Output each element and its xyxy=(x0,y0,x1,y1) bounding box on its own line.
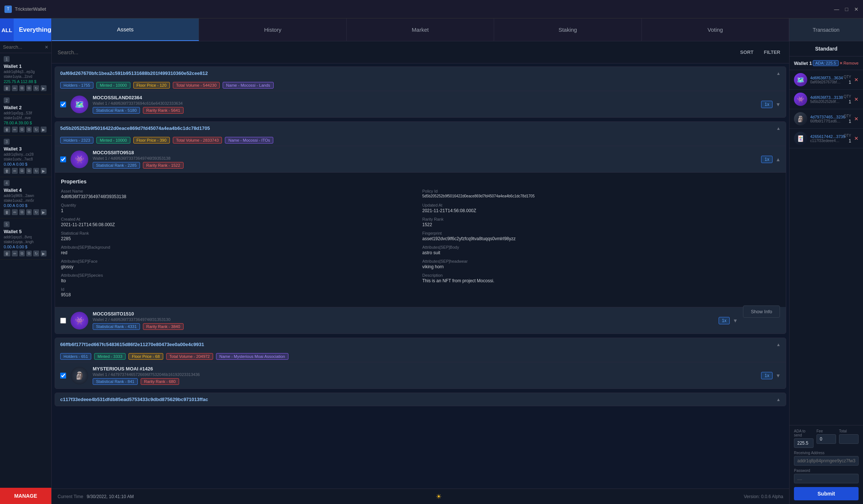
wallet-item[interactable]: 5 Wallet 5 addr1qxyzl...8vrq stake1uyqa.… xyxy=(0,218,51,260)
wallet-more-btn[interactable]: ▶ xyxy=(41,251,47,256)
wallet-copy2-btn[interactable]: ⧉ xyxy=(26,251,32,256)
wallet-copy-btn[interactable]: ⧉ xyxy=(19,251,25,256)
queue-qty: QTY 1 xyxy=(843,75,851,85)
left-search-clear-icon[interactable]: ✕ xyxy=(45,45,48,50)
queue-item: 🗺️ 4d6f636f73...3634 0af69d267670bfbea2.… xyxy=(790,70,863,90)
wallet-delete-btn[interactable]: 🗑 xyxy=(4,209,10,215)
left-search-input[interactable] xyxy=(3,44,42,50)
queue-hash: 0af69d267670bfbea2... xyxy=(810,80,840,84)
wallet-more-btn[interactable]: ▶ xyxy=(41,127,47,132)
prop-label: Attributes[SEP]Background xyxy=(61,245,419,249)
collapse-icon[interactable] xyxy=(776,71,781,76)
collapse-icon[interactable] xyxy=(776,126,781,131)
tab-market[interactable]: Market xyxy=(347,18,494,41)
filter-button[interactable]: FILTER xyxy=(761,48,783,56)
wallet-refresh-btn[interactable]: ↻ xyxy=(33,127,39,132)
prop-value: 1522 xyxy=(422,222,780,227)
tab-voting[interactable]: Voting xyxy=(642,18,789,41)
wallet-edit-btn[interactable]: ✏ xyxy=(12,251,18,256)
expand-button[interactable] xyxy=(775,373,781,379)
ada-to-send-input[interactable] xyxy=(794,438,814,448)
wallet-copy-btn[interactable]: ⧉ xyxy=(19,85,25,91)
nft-checkbox[interactable] xyxy=(60,318,66,324)
status-bar: Current Time 9/30/2022, 10:41:10 AM ☀ Ve… xyxy=(52,489,789,504)
collection-header[interactable]: 5d5b205252b9f5016422d0eace869d7fd45074a4… xyxy=(55,122,786,135)
tab-history[interactable]: History xyxy=(199,18,346,41)
queue-remove-button[interactable]: ✕ xyxy=(854,135,859,141)
wallet-addr1: addr1q9l69...2awn xyxy=(4,194,48,198)
main-layout: ALL Everything ✕ 1 Wallet 1 addr1q84q3..… xyxy=(0,18,863,504)
total-input[interactable] xyxy=(839,434,859,444)
remove-wallet-button[interactable]: ✕ Remove xyxy=(839,61,859,66)
minimize-button[interactable]: — xyxy=(834,6,839,12)
wallet-copy-btn[interactable]: ⧉ xyxy=(19,127,25,132)
collection-header[interactable]: c117f33edeee4b531dfdb85ead5753433c9dbd87… xyxy=(55,393,786,406)
wallet-refresh-btn[interactable]: ↻ xyxy=(33,251,39,256)
wallet-addr1: addr1q84q3...ep3g xyxy=(4,70,48,74)
main-search-input[interactable] xyxy=(58,49,733,55)
nft-avatar: 👾 xyxy=(71,312,88,329)
nft-ranks: Statistical Rank - 5180 Rarity Rank - 56… xyxy=(93,107,757,114)
wallet-refresh-btn[interactable]: ↻ xyxy=(33,85,39,91)
wallet-copy2-btn[interactable]: ⧉ xyxy=(26,168,32,174)
wallet-delete-btn[interactable]: 🗑 xyxy=(4,251,10,256)
submit-button[interactable]: Submit xyxy=(794,487,859,500)
wallet-refresh-btn[interactable]: ↻ xyxy=(33,168,39,174)
expand-button[interactable] xyxy=(775,156,781,162)
wallet-copy-btn[interactable]: ⧉ xyxy=(19,168,25,174)
collapse-icon[interactable] xyxy=(776,397,781,402)
expand-button[interactable] xyxy=(733,318,738,324)
queue-info: 4d79737465...3236 66ffb6f177f1ed667c54..… xyxy=(810,115,840,123)
manage-button[interactable]: MANAGE xyxy=(0,488,51,504)
titlebar-controls[interactable]: — □ ✕ xyxy=(834,6,859,12)
qty-badge: 1x xyxy=(761,372,773,379)
wallet-delete-btn[interactable]: 🗑 xyxy=(4,168,10,174)
password-input[interactable] xyxy=(794,474,859,483)
queue-remove-button[interactable]: ✕ xyxy=(854,116,859,122)
queue-remove-button[interactable]: ✕ xyxy=(854,96,859,102)
wallet-more-btn[interactable]: ▶ xyxy=(41,85,47,91)
wallet-delete-btn[interactable]: 🗑 xyxy=(4,127,10,132)
wallet-more-btn[interactable]: ▶ xyxy=(41,168,47,174)
wallet-edit-btn[interactable]: ✏ xyxy=(12,85,18,91)
everything-button[interactable]: Everything xyxy=(14,18,51,41)
nft-queue: 🗺️ 4d6f636f73...3634 0af69d267670bfbea2.… xyxy=(790,70,863,425)
wallet-refresh-btn[interactable]: ↻ xyxy=(33,209,39,215)
wallet-copy2-btn[interactable]: ⧉ xyxy=(26,85,32,91)
prop-label: Created At xyxy=(61,217,419,221)
queue-remove-button[interactable]: ✕ xyxy=(854,77,859,83)
wallet-item[interactable]: 4 Wallet 4 addr1q9l69...2awn stake1uxa2.… xyxy=(0,177,51,218)
sort-button[interactable]: SORT xyxy=(737,48,756,56)
wallet-edit-btn[interactable]: ✏ xyxy=(12,209,18,215)
collapse-icon[interactable] xyxy=(776,342,781,347)
wallet-item[interactable]: 2 Wallet 2 addr1qx0yg...53lf stake1u1hf.… xyxy=(0,94,51,136)
prop-description: Description This is an NFT from project … xyxy=(422,273,780,283)
nft-checkbox[interactable] xyxy=(60,156,66,162)
show-info-button[interactable]: Show Info xyxy=(743,305,780,318)
expand-button[interactable] xyxy=(775,101,781,107)
wallet-edit-btn[interactable]: ✏ xyxy=(12,127,18,132)
all-button[interactable]: ALL xyxy=(0,18,14,41)
wallet-copy-btn[interactable]: ⧉ xyxy=(19,209,25,215)
top-nav: Assets History Market Staking Voting xyxy=(52,18,789,41)
close-button[interactable]: ✕ xyxy=(854,6,859,12)
prop-label: Updated At xyxy=(422,203,780,207)
wallet-edit-btn[interactable]: ✏ xyxy=(12,168,18,174)
maximize-button[interactable]: □ xyxy=(845,6,848,12)
collection-header[interactable]: 0af69d267670bfc1bea2c591b95131688b201f49… xyxy=(55,67,786,80)
nft-checkbox[interactable] xyxy=(60,373,66,379)
wallet-item[interactable]: 1 Wallet 1 addr1q84q3...ep3g stake1uyia.… xyxy=(0,53,51,94)
tab-staking[interactable]: Staking xyxy=(494,18,641,41)
tab-assets[interactable]: Assets xyxy=(52,18,199,41)
wallet-copy2-btn[interactable]: ⧉ xyxy=(26,127,32,132)
nft-controls: 1x xyxy=(761,101,781,108)
wallet-copy2-btn[interactable]: ⧉ xyxy=(26,209,32,215)
wallet-more-btn[interactable]: ▶ xyxy=(41,209,47,215)
collection-header[interactable]: 66ffb6f177f1ed667fc5483615d86f2e11270e80… xyxy=(55,338,786,351)
wallet-delete-btn[interactable]: 🗑 xyxy=(4,85,10,91)
receiving-address-input[interactable] xyxy=(794,456,859,466)
wallet-item[interactable]: 3 Wallet 3 addr1q9xny...cx28 stake1uxtv.… xyxy=(0,136,51,177)
nft-checkbox[interactable] xyxy=(60,101,66,107)
fee-input[interactable] xyxy=(816,434,836,444)
tab-transaction[interactable]: Transaction xyxy=(790,18,863,41)
